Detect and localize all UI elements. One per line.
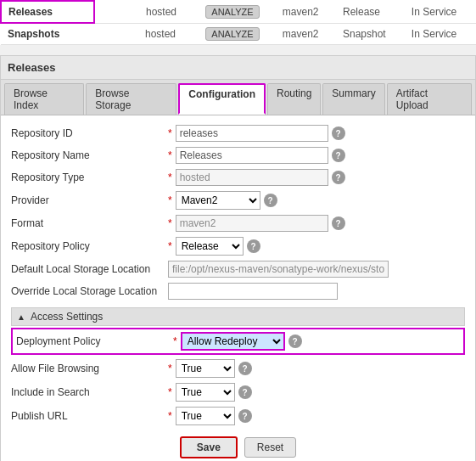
configuration-panel: Releases Browse IndexBrowse StorageConfi… xyxy=(0,55,476,461)
repository-id-label: Repository ID xyxy=(11,127,168,139)
allow-file-browsing-select[interactable]: True False xyxy=(176,359,235,378)
analyze-cell: ANALYZE xyxy=(202,23,275,45)
help-icon: ? xyxy=(238,362,252,375)
required-star: * xyxy=(168,240,172,252)
format-input xyxy=(176,215,328,232)
format-row: Format * ? xyxy=(11,212,465,234)
tab-browse-index[interactable]: Browse Index xyxy=(4,83,84,115)
tab-browse-storage[interactable]: Browse Storage xyxy=(86,83,176,115)
repo-status: In Service xyxy=(405,23,476,45)
required-star: * xyxy=(168,386,172,398)
repository-type-input xyxy=(176,169,328,186)
help-icon: ? xyxy=(238,385,252,399)
analyze-cell: ANALYZE xyxy=(202,1,275,23)
analyze-button[interactable]: ANALYZE xyxy=(205,27,259,41)
analyze-button[interactable]: ANALYZE xyxy=(205,5,259,19)
tab-routing[interactable]: Routing xyxy=(267,83,321,115)
provider-row: Provider * Maven2 ? xyxy=(11,188,465,212)
access-settings-header: ▲ Access Settings xyxy=(11,307,465,326)
required-star: * xyxy=(168,194,172,206)
required-star: * xyxy=(168,410,172,422)
repo-policy: Snapshot xyxy=(336,23,405,45)
required-star: * xyxy=(168,127,172,139)
save-button[interactable]: Save xyxy=(180,436,238,458)
required-star: * xyxy=(173,335,177,347)
help-icon: ? xyxy=(264,194,277,207)
deployment-policy-row: Deployment Policy * Allow Redeploy Disab… xyxy=(11,328,465,355)
help-icon: ? xyxy=(238,409,252,423)
repository-list: Releases hosted ANALYZE maven2 Release I… xyxy=(0,0,476,45)
help-icon: ? xyxy=(332,149,345,162)
reset-button[interactable]: Reset xyxy=(244,437,296,458)
deployment-policy-label: Deployment Policy xyxy=(16,335,173,347)
override-storage-label: Override Local Storage Location xyxy=(11,285,168,297)
repository-policy-label: Repository Policy xyxy=(11,240,168,252)
help-icon: ? xyxy=(332,216,345,230)
provider-label: Provider xyxy=(11,194,168,206)
repo-format: maven2 xyxy=(276,1,336,23)
tab-configuration[interactable]: Configuration xyxy=(178,83,266,115)
help-icon: ? xyxy=(288,335,302,348)
help-icon: ? xyxy=(332,126,345,140)
required-star: * xyxy=(168,363,172,374)
include-in-search-select[interactable]: True False xyxy=(176,383,235,402)
repo-status: In Service xyxy=(405,1,476,23)
table-row[interactable]: Releases hosted ANALYZE maven2 Release I… xyxy=(1,1,476,23)
provider-select[interactable]: Maven2 xyxy=(176,191,260,210)
publish-url-row: Publish URL * True False ? xyxy=(11,404,465,428)
allow-file-browsing-label: Allow File Browsing xyxy=(11,363,168,374)
repository-policy-row: Repository Policy * Release Snapshot ? xyxy=(11,234,465,258)
include-in-search-row: Include in Search * True False ? xyxy=(11,380,465,404)
include-in-search-label: Include in Search xyxy=(11,386,168,398)
table-row[interactable]: Snapshots hosted ANALYZE maven2 Snapshot… xyxy=(1,23,476,45)
publish-url-label: Publish URL xyxy=(11,410,168,422)
repository-id-input[interactable] xyxy=(176,125,328,142)
override-storage-row: Override Local Storage Location xyxy=(11,280,465,302)
tab-summary[interactable]: Summary xyxy=(322,83,384,115)
required-star: * xyxy=(168,217,172,229)
help-icon: ? xyxy=(247,239,260,253)
help-icon: ? xyxy=(332,171,345,184)
repo-format: maven2 xyxy=(276,23,336,45)
form-area: Repository ID * ? Repository Name * ? Re… xyxy=(1,115,475,461)
access-settings-label: Access Settings xyxy=(31,311,103,323)
default-storage-row: Default Local Storage Location xyxy=(11,258,465,280)
tab-bar: Browse IndexBrowse StorageConfigurationR… xyxy=(1,80,475,115)
allow-file-browsing-row: Allow File Browsing * True False ? xyxy=(11,357,465,380)
button-area: Save Reset xyxy=(11,428,465,461)
repository-name-row: Repository Name * ? xyxy=(11,144,465,166)
default-storage-input xyxy=(168,261,389,278)
repository-policy-select[interactable]: Release Snapshot xyxy=(176,237,244,256)
required-star: * xyxy=(168,149,172,161)
panel-title: Releases xyxy=(1,56,475,80)
repository-type-label: Repository Type xyxy=(11,171,168,183)
collapse-icon[interactable]: ▲ xyxy=(17,312,25,322)
repo-type: hosted xyxy=(94,1,202,23)
default-storage-label: Default Local Storage Location xyxy=(11,263,168,275)
repository-name-input[interactable] xyxy=(176,147,328,164)
repo-name: Snapshots xyxy=(1,23,94,45)
repository-type-row: Repository Type * ? xyxy=(11,166,465,188)
repo-type: hosted xyxy=(94,23,202,45)
required-star: * xyxy=(168,171,172,183)
tab-artifact-upload[interactable]: Artifact Upload xyxy=(387,83,472,115)
deployment-policy-select[interactable]: Allow Redeploy Disable Redeploy Read Onl… xyxy=(181,332,285,351)
repository-name-label: Repository Name xyxy=(11,149,168,161)
format-label: Format xyxy=(11,217,168,229)
override-storage-input[interactable] xyxy=(168,283,338,300)
repo-name: Releases xyxy=(1,1,94,23)
repo-policy: Release xyxy=(336,1,405,23)
publish-url-select[interactable]: True False xyxy=(176,407,235,425)
repository-id-row: Repository ID * ? xyxy=(11,122,465,144)
